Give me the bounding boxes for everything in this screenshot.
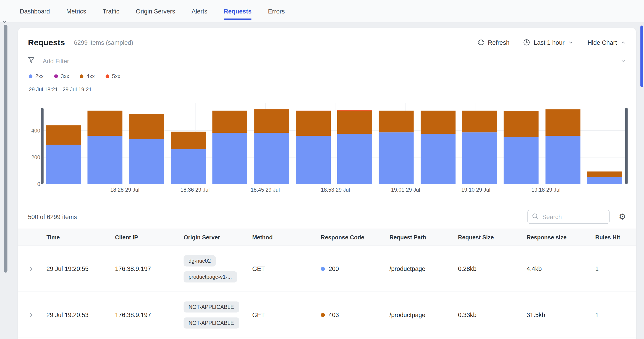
column-header-response-size: Response size [527, 234, 596, 240]
bar-segment-4xx [254, 109, 289, 133]
v-gridline [336, 103, 336, 184]
bar-segment-2xx [88, 136, 122, 184]
4xx-dot-icon [80, 75, 84, 78]
app-root: DashboardMetricsTrafficOrigin ServersAle… [0, 0, 644, 339]
row-expand-chevron-icon[interactable] [28, 311, 46, 318]
row-expand-chevron-icon[interactable] [28, 265, 46, 272]
cell-time: 29 Jul 19:20:55 [46, 265, 115, 272]
status-dot [321, 267, 325, 271]
chart-bar[interactable] [212, 110, 248, 184]
cell-request-path: /productpage [389, 265, 458, 272]
brush-handle-right[interactable] [625, 108, 628, 184]
refresh-button[interactable]: Refresh [478, 39, 510, 46]
legend-item-4xx[interactable]: 4xx [80, 73, 95, 79]
requests-chart: 18:28 29 Jul18:36 29 Jul18:45 29 Jul18:5… [28, 103, 626, 197]
cell-method: GET [252, 265, 321, 272]
column-header-method: Method [252, 234, 321, 240]
bar-segment-4xx [462, 110, 497, 132]
tab-origin-servers[interactable]: Origin Servers [136, 0, 175, 20]
chart-bar[interactable] [420, 110, 456, 184]
bar-segment-4xx [171, 132, 206, 149]
tab-traffic[interactable]: Traffic [103, 0, 120, 20]
legend-label: 5xx [112, 73, 120, 79]
tab-alerts[interactable]: Alerts [192, 0, 208, 20]
add-filter-input[interactable]: Add Filter [43, 57, 620, 64]
cell-time: 29 Jul 19:20:53 [46, 311, 115, 318]
5xx-dot-icon [106, 75, 109, 78]
bar-segment-2xx [504, 137, 538, 184]
chart-plot[interactable]: 18:28 29 Jul18:36 29 Jul18:45 29 Jul18:5… [43, 103, 625, 184]
x-axis-label: 18:53 29 Jul [321, 187, 350, 193]
x-axis-label: 18:28 29 Jul [110, 187, 140, 193]
v-gridline [125, 103, 125, 184]
chart-bar[interactable] [296, 111, 331, 184]
bar-segment-4xx [546, 109, 580, 136]
bar-segment-2xx [587, 177, 622, 184]
tab-requests[interactable]: Requests [224, 0, 252, 20]
table-row[interactable]: 29 Jul 19:20:55 176.38.9.197 dg-nuc02 pr… [18, 246, 636, 292]
x-axis-label: 19:01 29 Jul [391, 187, 420, 193]
filter-expand-chevron-icon[interactable] [620, 58, 626, 64]
chart-bar[interactable] [337, 110, 372, 184]
chart-bar[interactable] [587, 172, 622, 184]
response-code-value: 403 [328, 311, 339, 318]
search-input[interactable] [542, 213, 605, 221]
bar-segment-2xx [171, 149, 206, 184]
chart-bar[interactable] [379, 110, 414, 184]
time-range-label: Last 1 hour [534, 39, 564, 46]
legend-item-2xx[interactable]: 2xx [29, 73, 44, 79]
cell-request-path: /productpage [389, 311, 458, 318]
cell-response-size: 4.4kb [527, 265, 596, 272]
filter-bar: Add Filter [28, 54, 626, 68]
chevron-down-icon [568, 40, 574, 45]
cell-response-code: 403 [321, 311, 390, 318]
search-icon [532, 213, 538, 221]
bar-segment-4xx [212, 110, 248, 133]
bar-segment-4xx [379, 110, 414, 132]
chart-bar[interactable] [546, 109, 580, 184]
cell-origin-server: NOT-APPLICABLE NOT-APPLICABLE [184, 301, 252, 328]
gear-icon[interactable]: ⚙ [619, 213, 626, 221]
bar-segment-2xx [129, 139, 164, 184]
bar-segment-4xx [129, 114, 164, 139]
x-axis-label: 18:36 29 Jul [180, 187, 210, 193]
bar-segment-4xx [420, 110, 456, 134]
legend-label: 2xx [35, 73, 44, 79]
legend-item-3xx[interactable]: 3xx [54, 73, 69, 79]
chart-bar[interactable] [46, 125, 81, 184]
bar-segment-2xx [212, 133, 248, 184]
table-row[interactable]: 29 Jul 19:20:53 176.38.9.197 NOT-APPLICA… [18, 292, 636, 338]
status-dot [321, 313, 325, 317]
legend-label: 3xx [61, 73, 69, 79]
brush-handle-left[interactable] [41, 108, 44, 184]
chart-bar[interactable] [504, 111, 538, 184]
x-axis-label: 19:10 29 Jul [461, 187, 490, 193]
tab-metrics[interactable]: Metrics [66, 0, 86, 20]
cell-rules-hit: 1 [595, 265, 636, 272]
chart-bar[interactable] [462, 110, 497, 184]
table-header: Time Client IP Origin Server Method Resp… [18, 229, 636, 246]
results-summary: 500 of 6299 items [28, 213, 77, 220]
time-range-dropdown[interactable]: Last 1 hour [524, 39, 574, 46]
cell-response-size: 31.5kb [527, 311, 596, 318]
hide-chart-label: Hide Chart [588, 39, 617, 46]
chart-bar[interactable] [254, 109, 289, 184]
hide-chart-button[interactable]: Hide Chart [588, 39, 626, 46]
cell-client-ip: 176.38.9.197 [115, 265, 184, 272]
bar-segment-4xx [88, 110, 122, 136]
column-header-rules-hit: Rules Hit [595, 234, 636, 240]
legend-item-5xx[interactable]: 5xx [106, 73, 120, 79]
tab-dashboard[interactable]: Dashboard [20, 0, 50, 20]
top-nav: DashboardMetricsTrafficOrigin ServersAle… [0, 0, 644, 23]
origin-server-chip: dg-nuc02 [184, 255, 216, 266]
tab-errors[interactable]: Errors [268, 0, 285, 20]
chart-bar[interactable] [129, 114, 164, 184]
y-axis-label: 200 [28, 154, 40, 160]
filter-funnel-icon [28, 57, 34, 65]
chart-range-label: 29 Jul 18:21 - 29 Jul 19:21 [29, 86, 92, 93]
left-scrollbar[interactable] [4, 25, 7, 272]
right-scrollbar[interactable] [640, 26, 643, 87]
chart-bar[interactable] [88, 110, 122, 184]
chart-bar[interactable] [171, 132, 206, 184]
column-header-origin-server: Origin Server [184, 234, 252, 240]
